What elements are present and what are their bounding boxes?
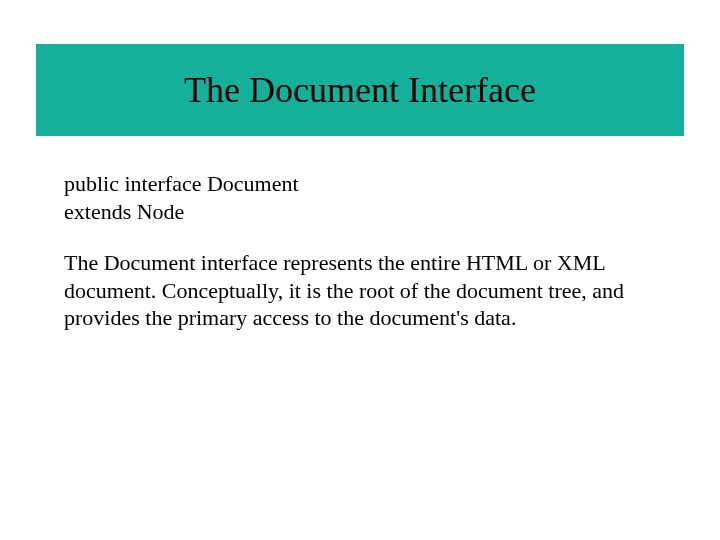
declaration-line-1: public interface Document bbox=[64, 170, 656, 198]
slide-title: The Document Interface bbox=[184, 69, 536, 111]
declaration-line-2: extends Node bbox=[64, 198, 656, 226]
interface-declaration: public interface Document extends Node bbox=[64, 170, 656, 225]
interface-description: The Document interface represents the en… bbox=[64, 249, 656, 332]
slide-body: public interface Document extends Node T… bbox=[0, 136, 720, 332]
title-bar: The Document Interface bbox=[36, 44, 684, 136]
